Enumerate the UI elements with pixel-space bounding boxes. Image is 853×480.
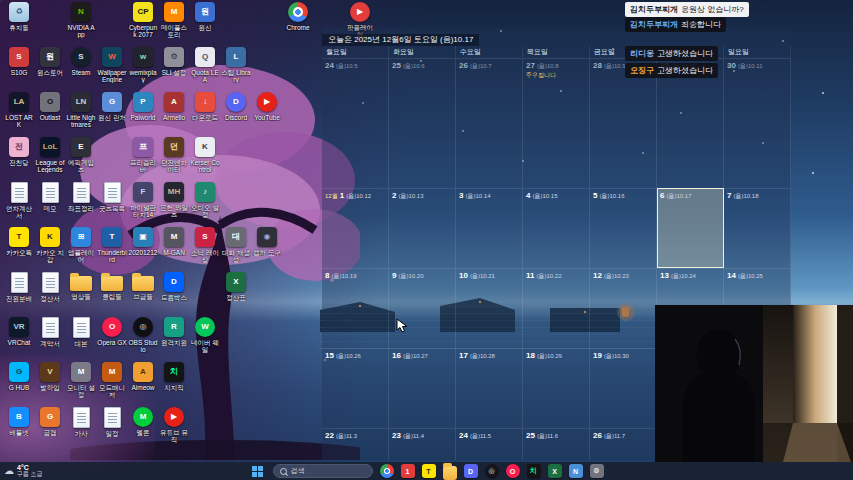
desktop-icon[interactable]: ▣20201212 bbox=[128, 227, 158, 256]
desktop-icon[interactable]: M모니터 설정 bbox=[66, 362, 96, 398]
chat-message: 김치두부찌개응원상 없습니까? bbox=[625, 2, 749, 17]
desktop-icon[interactable]: ◉캡처 도구 bbox=[252, 227, 282, 256]
desktop-icon[interactable]: 연차계산서 bbox=[4, 182, 34, 219]
taskbar-icon-opera-gx[interactable]: O bbox=[506, 464, 520, 478]
desktop-icon-label: Wallpaper Engine bbox=[97, 69, 127, 83]
desktop-icon[interactable]: MH몬헌 와일즈 bbox=[159, 182, 189, 218]
taskbar-icon-kakaotalk[interactable]: T bbox=[422, 464, 436, 478]
desktop-icon[interactable]: LNLittle Nightmares bbox=[66, 92, 96, 128]
desktop-icon[interactable]: 클립들 bbox=[97, 272, 127, 300]
desktop-icon[interactable]: VRVRChat bbox=[4, 317, 34, 346]
app-glyph: T bbox=[17, 233, 22, 241]
desktop-icon[interactable]: PPalworld bbox=[128, 92, 158, 121]
desktop-icon[interactable]: CPCyberpunk 2077 bbox=[128, 2, 158, 38]
desktop-icon[interactable]: M멜론 bbox=[128, 407, 158, 436]
start-button[interactable] bbox=[250, 463, 266, 479]
desktop-icon[interactable]: SS10G bbox=[4, 47, 34, 76]
taskbar-icon-settings[interactable]: ⚙ bbox=[590, 464, 604, 478]
desktop-icon[interactable]: NNVIDIA App bbox=[66, 2, 96, 38]
desktop-icon[interactable]: G원신 런처 bbox=[97, 92, 127, 121]
desktop-icon[interactable]: WWallpaper Engine bbox=[97, 47, 127, 83]
desktop-icon[interactable]: ⚙SLI 설정 bbox=[159, 47, 189, 76]
desktop-icon[interactable]: X정산표 bbox=[221, 272, 251, 301]
desktop-icon[interactable]: OOutlast bbox=[35, 92, 65, 121]
desktop-icon[interactable]: 브금들 bbox=[128, 272, 158, 300]
desktop-icon[interactable]: DDiscord bbox=[221, 92, 251, 121]
taskbar-icon-onestore[interactable]: 1 bbox=[401, 464, 415, 478]
desktop-icon[interactable]: AArmello bbox=[159, 92, 189, 121]
taskbar-icon-discord[interactable]: D bbox=[464, 464, 478, 478]
desktop-icon[interactable]: 영상들 bbox=[66, 272, 96, 300]
search-box[interactable]: 검색 bbox=[273, 464, 373, 478]
document-icon bbox=[73, 317, 90, 338]
desktop-icon[interactable]: D드롭박스 bbox=[159, 272, 189, 301]
desktop-icon[interactable]: KKerser Control bbox=[190, 137, 220, 173]
desktop-icon[interactable]: ◎OBS Studio bbox=[128, 317, 158, 353]
desktop-icon[interactable]: TThunderbird bbox=[97, 227, 127, 263]
desktop-icon[interactable]: LALOST ARK bbox=[4, 92, 34, 128]
desktop-icon[interactable]: 좌표정리 bbox=[66, 182, 96, 212]
desktop-icon[interactable]: B배틀넷 bbox=[4, 407, 34, 436]
desktop-icon[interactable]: 정산서 bbox=[35, 272, 65, 302]
desktop-icon[interactable]: 프프리즘리버 bbox=[128, 137, 158, 173]
desktop-icon[interactable]: F파이널판타지14 bbox=[128, 182, 158, 218]
weather-condition: 구름 조금 bbox=[17, 471, 43, 478]
desktop-icon[interactable]: ▶유튜브 뮤직 bbox=[159, 407, 189, 443]
app-glyph: 치 bbox=[170, 368, 178, 376]
app-icon: M bbox=[71, 362, 91, 382]
weather-widget[interactable]: ☁ 4°C 구름 조금 bbox=[4, 464, 43, 478]
desktop-icon[interactable]: OOpera GX bbox=[97, 317, 127, 346]
desktop-icon[interactable]: S소닉 레이싱 bbox=[190, 227, 220, 263]
desktop-icon[interactable]: 굿즈목록 bbox=[97, 182, 127, 212]
desktop-icon[interactable]: 전원분배 bbox=[4, 272, 34, 302]
taskbar-icon-notepad[interactable]: N bbox=[569, 464, 583, 478]
desktop-icon[interactable]: 가사 bbox=[66, 407, 96, 437]
desktop-icon[interactable]: 원원스토어 bbox=[35, 47, 65, 76]
cloud-icon: ☁ bbox=[4, 466, 14, 476]
desktop-icon[interactable]: MM-GAN bbox=[159, 227, 189, 256]
taskbar-icon-excel[interactable]: X bbox=[548, 464, 562, 478]
desktop-icon[interactable]: 치치지직 bbox=[159, 362, 189, 391]
desktop-icon[interactable]: M메이플스토리 bbox=[159, 2, 189, 38]
desktop-icon[interactable]: 던던전앤파이터 bbox=[159, 137, 189, 173]
desktop-icon[interactable]: QQuota LEA bbox=[190, 47, 220, 83]
taskbar-icon-chrome[interactable] bbox=[380, 464, 394, 478]
desktop-icon[interactable]: 전전천당 bbox=[4, 137, 34, 166]
desktop-icon[interactable]: E에픽게임즈 bbox=[66, 137, 96, 173]
taskbar-icon-file-explorer[interactable] bbox=[443, 466, 457, 480]
desktop-icon[interactable]: 일정 bbox=[97, 407, 127, 437]
desktop-icon[interactable]: 대대화 재생성 bbox=[221, 227, 251, 263]
chat-overlay: 김치두부찌개응원상 없습니까?김치두부찌개죄송합니다리디웅고생하셨습니다오징구고… bbox=[625, 2, 851, 82]
desktop-icon[interactable]: 메모 bbox=[35, 182, 65, 212]
desktop-icon[interactable]: Chrome bbox=[283, 2, 313, 31]
desktop-icon[interactable]: K카카오 지갑 bbox=[35, 227, 65, 263]
taskbar-icon-obs-studio[interactable]: ◎ bbox=[485, 464, 499, 478]
app-glyph: X bbox=[233, 278, 238, 286]
desktop-icon[interactable]: L스팀 Library bbox=[221, 47, 251, 83]
desktop-icon[interactable]: 계약서 bbox=[35, 317, 65, 347]
desktop-icon-label: 일정 bbox=[97, 430, 127, 437]
desktop-icon[interactable]: SSteam bbox=[66, 47, 96, 76]
desktop-icon[interactable]: ♻휴지통 bbox=[4, 2, 34, 31]
desktop-icon[interactable]: LoLLeague of Legends bbox=[35, 137, 65, 173]
search-placeholder: 검색 bbox=[291, 466, 305, 476]
desktop-icon[interactable]: M모드매니저 bbox=[97, 362, 127, 398]
desktop-icon[interactable]: ♪오디오 설정 bbox=[190, 182, 220, 218]
desktop-icon[interactable]: AAimeow bbox=[128, 362, 158, 391]
desktop-icon[interactable]: T카카오톡 bbox=[4, 227, 34, 256]
desktop-icon-label: 오디오 설정 bbox=[190, 204, 220, 218]
desktop-icon[interactable]: wwemixplay bbox=[128, 47, 158, 83]
calendar-day-number: 22 bbox=[325, 431, 334, 440]
desktop-icon[interactable]: W네이버 웨일 bbox=[190, 317, 220, 353]
calendar-day-number: 24 bbox=[459, 431, 468, 440]
taskbar-icon-chzzk[interactable]: 치 bbox=[527, 464, 541, 478]
desktop-icon[interactable]: GG HUB bbox=[4, 362, 34, 391]
desktop-icon[interactable]: ⊞앱플레이어 bbox=[66, 227, 96, 263]
desktop-icon[interactable]: 대본 bbox=[66, 317, 96, 347]
desktop-icon[interactable]: R원격지원 bbox=[159, 317, 189, 346]
desktop-icon[interactable]: ▶YouTube bbox=[252, 92, 282, 121]
desktop-icon[interactable]: ↓다운로드 bbox=[190, 92, 220, 121]
desktop-icon[interactable]: V발하임 bbox=[35, 362, 65, 391]
desktop-icon[interactable]: 원원신 bbox=[190, 2, 220, 31]
desktop-icon[interactable]: G곰캠 bbox=[35, 407, 65, 436]
